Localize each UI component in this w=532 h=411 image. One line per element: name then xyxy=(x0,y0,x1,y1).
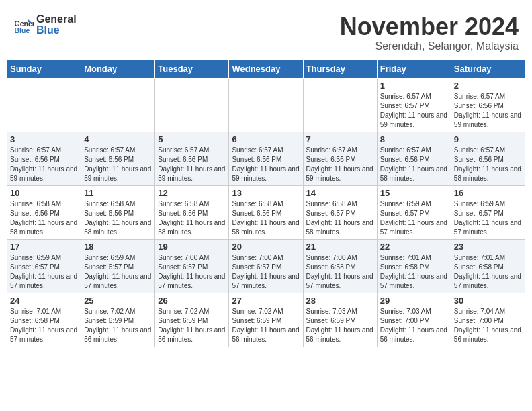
day-number: 28 xyxy=(306,295,374,306)
day-info: Sunrise: 7:02 AMSunset: 6:59 PMDaylight:… xyxy=(158,307,226,345)
calendar-cell: 8Sunrise: 6:57 AMSunset: 6:56 PMDaylight… xyxy=(377,132,451,185)
day-number: 22 xyxy=(380,242,448,252)
logo-icon: General Blue xyxy=(13,15,34,35)
calendar-cell: 12Sunrise: 6:58 AMSunset: 6:56 PMDayligh… xyxy=(155,185,229,239)
weekday-header-sunday: Sunday xyxy=(7,59,81,78)
day-number: 19 xyxy=(158,242,226,252)
day-number: 27 xyxy=(232,295,300,306)
calendar-cell: 28Sunrise: 7:03 AMSunset: 6:59 PMDayligh… xyxy=(303,293,377,347)
day-number: 3 xyxy=(10,134,78,144)
day-info: Sunrise: 6:57 AMSunset: 6:56 PMDaylight:… xyxy=(84,146,152,183)
day-info: Sunrise: 6:57 AMSunset: 6:56 PMDaylight:… xyxy=(454,146,522,183)
logo-general-text: General xyxy=(36,13,77,26)
calendar-cell: 20Sunrise: 7:00 AMSunset: 6:57 PMDayligh… xyxy=(229,239,303,293)
day-number: 21 xyxy=(306,242,374,252)
day-number: 24 xyxy=(10,295,78,306)
day-number: 14 xyxy=(306,188,374,198)
day-info: Sunrise: 7:01 AMSunset: 6:58 PMDaylight:… xyxy=(380,253,448,291)
day-number: 9 xyxy=(454,134,522,144)
day-number: 20 xyxy=(232,242,300,252)
calendar-cell xyxy=(155,78,229,132)
calendar-cell xyxy=(81,78,155,132)
calendar-cell: 6Sunrise: 6:57 AMSunset: 6:56 PMDaylight… xyxy=(229,132,303,185)
calendar-cell: 15Sunrise: 6:59 AMSunset: 6:57 PMDayligh… xyxy=(377,185,451,239)
day-info: Sunrise: 7:02 AMSunset: 6:59 PMDaylight:… xyxy=(84,307,152,345)
day-info: Sunrise: 6:57 AMSunset: 6:56 PMDaylight:… xyxy=(380,146,448,183)
day-info: Sunrise: 6:57 AMSunset: 6:56 PMDaylight:… xyxy=(454,92,522,130)
calendar-cell: 21Sunrise: 7:00 AMSunset: 6:58 PMDayligh… xyxy=(303,239,377,293)
day-number: 4 xyxy=(84,134,152,144)
page-header: General Blue General Blue November 2024 … xyxy=(7,7,525,56)
day-number: 18 xyxy=(84,242,152,252)
day-info: Sunrise: 7:00 AMSunset: 6:57 PMDaylight:… xyxy=(158,253,226,291)
day-info: Sunrise: 7:00 AMSunset: 6:57 PMDaylight:… xyxy=(232,253,300,291)
day-number: 11 xyxy=(84,188,152,198)
day-info: Sunrise: 6:57 AMSunset: 6:56 PMDaylight:… xyxy=(158,146,226,183)
weekday-header-row: SundayMondayTuesdayWednesdayThursdayFrid… xyxy=(7,59,525,78)
month-title: November 2024 xyxy=(340,13,519,40)
calendar-cell: 27Sunrise: 7:02 AMSunset: 6:59 PMDayligh… xyxy=(229,293,303,347)
day-number: 8 xyxy=(380,134,448,144)
day-info: Sunrise: 6:57 AMSunset: 6:56 PMDaylight:… xyxy=(10,146,78,183)
calendar-cell: 2Sunrise: 6:57 AMSunset: 6:56 PMDaylight… xyxy=(451,78,525,132)
day-number: 1 xyxy=(380,81,448,91)
calendar-cell: 29Sunrise: 7:03 AMSunset: 7:00 PMDayligh… xyxy=(377,293,451,347)
calendar-cell: 9Sunrise: 6:57 AMSunset: 6:56 PMDaylight… xyxy=(451,132,525,185)
title-section: November 2024 Serendah, Selangor, Malays… xyxy=(340,13,519,52)
calendar-cell xyxy=(229,78,303,132)
day-number: 16 xyxy=(454,188,522,198)
day-number: 26 xyxy=(158,295,226,306)
calendar-cell: 3Sunrise: 6:57 AMSunset: 6:56 PMDaylight… xyxy=(7,132,81,185)
day-number: 5 xyxy=(158,134,226,144)
day-info: Sunrise: 6:59 AMSunset: 6:57 PMDaylight:… xyxy=(84,253,152,291)
calendar-cell: 5Sunrise: 6:57 AMSunset: 6:56 PMDaylight… xyxy=(155,132,229,185)
day-info: Sunrise: 6:59 AMSunset: 6:57 PMDaylight:… xyxy=(454,199,522,237)
weekday-header-tuesday: Tuesday xyxy=(155,59,229,78)
logo-blue-text: Blue xyxy=(36,24,77,36)
weekday-header-friday: Friday xyxy=(377,59,451,78)
calendar-week-1: 1Sunrise: 6:57 AMSunset: 6:57 PMDaylight… xyxy=(7,78,525,132)
day-info: Sunrise: 6:59 AMSunset: 6:57 PMDaylight:… xyxy=(380,199,448,237)
calendar-cell: 26Sunrise: 7:02 AMSunset: 6:59 PMDayligh… xyxy=(155,293,229,347)
calendar-cell: 13Sunrise: 6:58 AMSunset: 6:56 PMDayligh… xyxy=(229,185,303,239)
day-info: Sunrise: 7:04 AMSunset: 7:00 PMDaylight:… xyxy=(454,307,522,345)
calendar-cell: 11Sunrise: 6:58 AMSunset: 6:56 PMDayligh… xyxy=(81,185,155,239)
calendar-cell: 14Sunrise: 6:58 AMSunset: 6:57 PMDayligh… xyxy=(303,185,377,239)
weekday-header-thursday: Thursday xyxy=(303,59,377,78)
day-number: 7 xyxy=(306,134,374,144)
day-info: Sunrise: 6:58 AMSunset: 6:56 PMDaylight:… xyxy=(84,199,152,237)
day-number: 30 xyxy=(454,295,522,306)
day-info: Sunrise: 6:58 AMSunset: 6:56 PMDaylight:… xyxy=(232,199,300,237)
location-title: Serendah, Selangor, Malaysia xyxy=(340,40,519,52)
calendar-cell xyxy=(7,78,81,132)
calendar-week-3: 10Sunrise: 6:58 AMSunset: 6:56 PMDayligh… xyxy=(7,185,525,239)
day-number: 12 xyxy=(158,188,226,198)
calendar-cell: 19Sunrise: 7:00 AMSunset: 6:57 PMDayligh… xyxy=(155,239,229,293)
day-number: 10 xyxy=(10,188,78,198)
day-info: Sunrise: 6:58 AMSunset: 6:57 PMDaylight:… xyxy=(306,199,374,237)
weekday-header-monday: Monday xyxy=(81,59,155,78)
day-number: 23 xyxy=(454,242,522,252)
weekday-header-saturday: Saturday xyxy=(451,59,525,78)
day-number: 2 xyxy=(454,81,522,91)
day-info: Sunrise: 6:57 AMSunset: 6:56 PMDaylight:… xyxy=(232,146,300,183)
day-info: Sunrise: 6:57 AMSunset: 6:56 PMDaylight:… xyxy=(306,146,374,183)
day-info: Sunrise: 6:57 AMSunset: 6:57 PMDaylight:… xyxy=(380,92,448,130)
svg-text:Blue: Blue xyxy=(15,26,30,34)
calendar-cell: 23Sunrise: 7:01 AMSunset: 6:58 PMDayligh… xyxy=(451,239,525,293)
day-info: Sunrise: 6:58 AMSunset: 6:56 PMDaylight:… xyxy=(10,199,78,237)
calendar-cell: 22Sunrise: 7:01 AMSunset: 6:58 PMDayligh… xyxy=(377,239,451,293)
logo: General Blue General Blue xyxy=(13,13,77,36)
day-number: 25 xyxy=(84,295,152,306)
calendar-cell: 10Sunrise: 6:58 AMSunset: 6:56 PMDayligh… xyxy=(7,185,81,239)
calendar-week-5: 24Sunrise: 7:01 AMSunset: 6:58 PMDayligh… xyxy=(7,293,525,347)
calendar-cell: 24Sunrise: 7:01 AMSunset: 6:58 PMDayligh… xyxy=(7,293,81,347)
calendar-cell: 30Sunrise: 7:04 AMSunset: 7:00 PMDayligh… xyxy=(451,293,525,347)
calendar-cell: 4Sunrise: 6:57 AMSunset: 6:56 PMDaylight… xyxy=(81,132,155,185)
day-number: 13 xyxy=(232,188,300,198)
day-info: Sunrise: 6:59 AMSunset: 6:57 PMDaylight:… xyxy=(10,253,78,291)
day-info: Sunrise: 7:01 AMSunset: 6:58 PMDaylight:… xyxy=(454,253,522,291)
day-info: Sunrise: 7:03 AMSunset: 6:59 PMDaylight:… xyxy=(306,307,374,345)
day-number: 15 xyxy=(380,188,448,198)
day-number: 6 xyxy=(232,134,300,144)
